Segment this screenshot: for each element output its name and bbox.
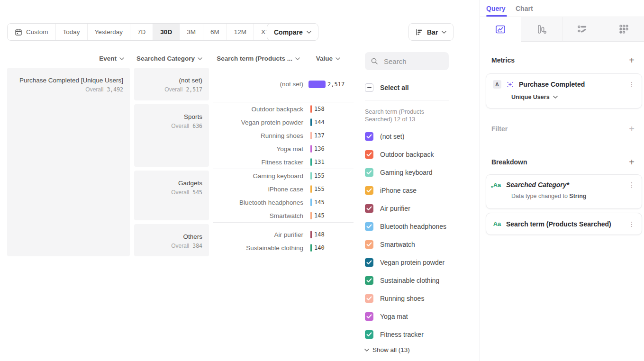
table-row[interactable]: Fitness tracker 131 xyxy=(213,155,354,169)
date-range-custom[interactable]: Custom xyxy=(8,24,56,40)
filter-item-yoga-mat[interactable]: Yoga mat xyxy=(365,307,408,325)
column-header-value[interactable]: Value xyxy=(309,55,340,62)
check-icon xyxy=(366,188,372,193)
value-bar xyxy=(310,132,312,139)
filter-item-fitness-tracker[interactable]: Fitness tracker xyxy=(365,325,424,343)
table-row[interactable]: Smartwatch 145 xyxy=(213,209,354,222)
tab-chart[interactable]: Chart xyxy=(516,5,533,12)
column-header-event[interactable]: Event xyxy=(7,55,124,62)
checkbox-checked[interactable] xyxy=(365,150,373,159)
tab-query[interactable]: Query xyxy=(486,5,505,12)
filter-item-air-purifier[interactable]: Air purifier xyxy=(365,199,410,217)
chart-type-button[interactable]: Bar xyxy=(408,23,454,41)
table-row[interactable]: Sustainable clothing 140 xyxy=(213,241,354,254)
event-cell[interactable]: Purchase Completed [Unique Users] Overal… xyxy=(7,68,130,256)
tab-funnels[interactable] xyxy=(521,17,562,42)
filter-item-smartwatch[interactable]: Smartwatch xyxy=(365,235,415,253)
check-icon xyxy=(366,170,372,175)
filter-item-running-shoes[interactable]: Running shoes xyxy=(365,289,424,307)
table-row[interactable]: Vegan protein powder 144 xyxy=(213,116,354,129)
category-cell-gadgets[interactable]: Gadgets Overall545 xyxy=(134,171,209,220)
checkbox-checked[interactable] xyxy=(365,330,373,339)
checkbox-checked[interactable] xyxy=(365,186,373,195)
check-icon xyxy=(366,296,372,301)
search-input[interactable] xyxy=(383,57,440,66)
add-filter-button[interactable]: + xyxy=(627,124,636,134)
table-row[interactable]: Gaming keyboard 155 xyxy=(213,169,354,182)
filter-item-bluetooth-headphones[interactable]: Bluetooth headphones xyxy=(365,217,446,235)
metric-menu-button[interactable]: ⋮ xyxy=(628,81,635,88)
select-all-checkbox[interactable] xyxy=(365,83,373,92)
table-row[interactable]: Air purifier 148 xyxy=(213,228,354,241)
checkbox-checked[interactable] xyxy=(365,294,373,303)
add-breakdown-button[interactable]: + xyxy=(627,157,636,167)
table-row[interactable]: Outdoor backpack 158 xyxy=(213,102,354,116)
value-bar xyxy=(310,199,312,206)
compare-button[interactable]: Compare xyxy=(267,23,318,41)
breakdown-card-searched-category[interactable]: Aa* Searched Category* ⋮ Data type chang… xyxy=(486,174,642,209)
filter-item-gaming-keyboard[interactable]: Gaming keyboard xyxy=(365,163,433,181)
checkbox-checked[interactable] xyxy=(365,222,373,231)
table-row[interactable]: Yoga mat 136 xyxy=(213,142,354,155)
filter-item-not-set[interactable]: (not set) xyxy=(365,127,404,145)
checkbox-checked[interactable] xyxy=(365,132,373,141)
column-header-searched-category[interactable]: Searched Category xyxy=(134,55,202,62)
checkbox-checked[interactable] xyxy=(365,258,373,267)
check-icon xyxy=(366,332,372,337)
event-label: Purchase Completed [Unique Users] xyxy=(7,77,123,84)
checkbox-checked[interactable] xyxy=(365,312,373,321)
breakdown-card-search-term[interactable]: Aa Search term (Products Searched) ⋮ xyxy=(486,213,642,235)
show-all-button[interactable]: Show all (13) xyxy=(364,346,410,353)
check-icon xyxy=(366,260,372,265)
breakdown-menu-button[interactable]: ⋮ xyxy=(628,221,635,227)
date-range-7d[interactable]: 7D xyxy=(130,24,153,40)
table-row[interactable]: Bluetooth headphones 145 xyxy=(213,196,354,209)
metric-card[interactable]: A Purchase Completed ⋮ Unique Users xyxy=(486,73,642,108)
breakdown-note: Data type changed to String xyxy=(511,193,635,199)
breakdown-property-name: Searched Category* xyxy=(506,181,569,189)
date-range-yesterday[interactable]: Yesterday xyxy=(88,24,131,40)
filter-item-vegan-protein-powder[interactable]: Vegan protein powder xyxy=(365,253,444,271)
filter-item-sustainable-clothing[interactable]: Sustainable clothing xyxy=(365,271,439,289)
breakdown-property-name: Search term (Products Searched) xyxy=(506,220,611,228)
event-spark-icon xyxy=(506,81,514,89)
date-range-6m[interactable]: 6M xyxy=(203,24,227,40)
tab-retention[interactable] xyxy=(603,17,644,42)
tab-flows[interactable] xyxy=(562,17,603,42)
checkbox-checked[interactable] xyxy=(365,168,373,177)
checkbox-checked[interactable] xyxy=(365,204,373,213)
chevron-down-icon xyxy=(442,31,446,34)
tab-insights-active[interactable] xyxy=(480,17,521,42)
check-icon xyxy=(366,278,372,283)
category-cell-sports[interactable]: Sports Overall636 xyxy=(134,104,209,167)
value-bar xyxy=(310,185,312,193)
analytics-app: Custom Today Yesterday 7D 30D 3M 6M 12M … xyxy=(0,0,644,361)
date-range-3m[interactable]: 3M xyxy=(180,24,203,40)
filter-item-iphone-case[interactable]: iPhone case xyxy=(365,181,417,199)
analysis-type-tabstrip xyxy=(480,17,644,42)
filter-item-outdoor-backpack[interactable]: Outdoor backpack xyxy=(365,145,434,163)
column-header-search-term[interactable]: Search term (Products ... xyxy=(213,55,300,62)
table-row[interactable]: Running shoes 137 xyxy=(213,129,354,142)
date-range-12m[interactable]: 12M xyxy=(227,24,254,40)
value-bar xyxy=(310,105,312,113)
filter-section-title: Filter xyxy=(491,125,508,133)
table-row[interactable]: (not set) 2,517 xyxy=(213,68,354,100)
date-range-30d-active[interactable]: 30D xyxy=(153,24,180,40)
breakdown-menu-button[interactable]: ⋮ xyxy=(628,181,635,188)
calendar-icon xyxy=(15,28,22,36)
date-range-today[interactable]: Today xyxy=(56,24,88,40)
chevron-down-icon xyxy=(364,349,369,352)
table-row[interactable]: iPhone case 155 xyxy=(213,182,354,196)
metric-measure-dropdown[interactable]: Unique Users xyxy=(511,94,635,100)
rowgroup-others: Air purifier 148 Sustainable clothing 14… xyxy=(213,222,354,254)
category-cell-others[interactable]: Others Overall384 xyxy=(134,224,209,256)
category-cell-not-set[interactable]: (not set) Overall2,517 xyxy=(134,68,209,100)
check-icon xyxy=(366,206,372,211)
select-all-row[interactable]: Select all xyxy=(365,83,409,92)
checkbox-checked[interactable] xyxy=(365,240,373,249)
rowgroup-sports: Outdoor backpack 158 Vegan protein powde… xyxy=(213,102,354,169)
chevron-down-icon xyxy=(119,57,124,60)
add-metric-button[interactable]: + xyxy=(627,55,636,65)
checkbox-checked[interactable] xyxy=(365,276,373,285)
